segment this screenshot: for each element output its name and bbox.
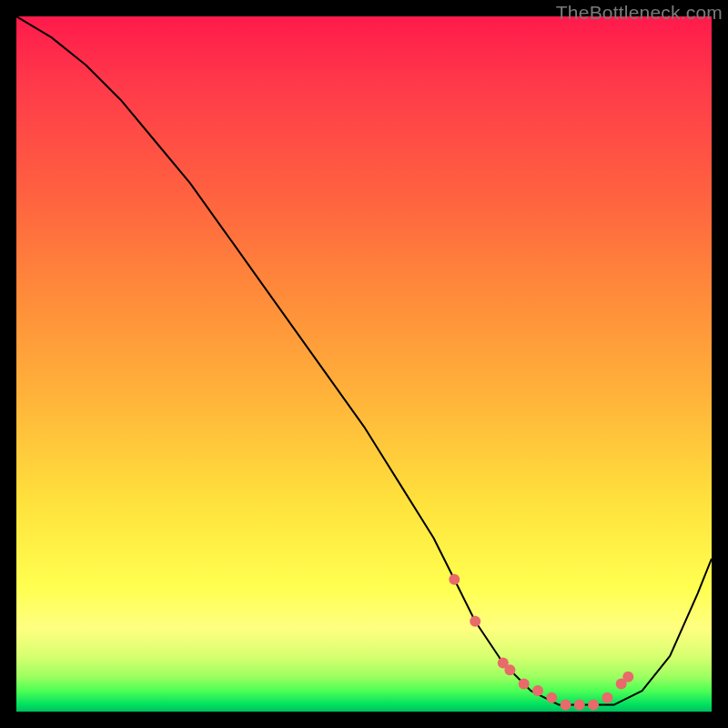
optimal-marker [504,664,515,675]
curve-layer [16,16,712,704]
bottleneck-curve-svg [16,16,712,712]
optimal-marker [574,699,585,710]
plot-area [16,16,712,712]
optimal-marker [622,672,633,682]
optimal-marker [561,699,571,710]
optimal-marker [470,616,480,627]
optimal-marker [588,699,599,710]
watermark-text: TheBottleneck.com [556,2,723,24]
optimal-marker [602,693,612,703]
chart-frame: TheBottleneck.com [0,0,728,728]
marker-layer [449,574,633,711]
optimal-marker [532,685,543,696]
optimal-marker [449,574,460,585]
bottleneck-curve-path [16,16,712,704]
optimal-marker [519,678,530,689]
optimal-marker [546,693,557,703]
